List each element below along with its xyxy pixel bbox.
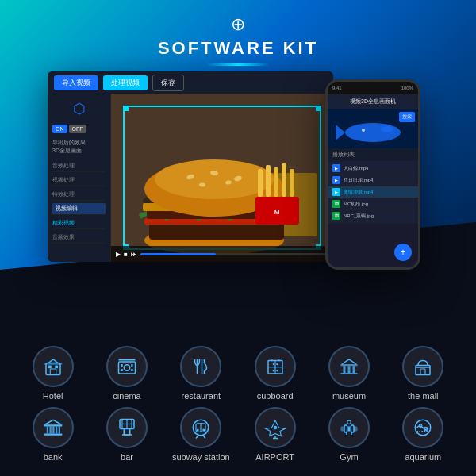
svg-rect-64 [58,427,60,434]
sidebar-menu-highlight[interactable]: 精彩视频 [52,217,106,229]
mobile-fab[interactable]: + [394,244,412,261]
subway-station-label: subway station [172,452,230,462]
mobile-file-item-4[interactable]: 🖼 NRC_蒸锅.jpg [328,210,418,222]
mobile-playlist-title: 播放列表 [328,148,418,161]
toggle-on[interactable]: ON [52,125,67,133]
file-icon-2: ▶ [332,188,340,196]
svg-rect-51 [340,364,357,366]
restaurant-icon-circle[interactable] [180,346,221,387]
play-button[interactable]: ▶ [116,251,121,258]
svg-rect-31 [44,363,62,365]
icon-cinema: cinema [95,346,159,401]
svg-rect-62 [52,427,54,434]
svg-rect-32 [118,362,135,374]
svg-point-45 [272,363,274,365]
cupboard-icon-circle[interactable] [255,346,296,387]
mobile-app-title: 视频3D全息画面机 [332,98,413,106]
icons-row-1: Hotel cinema [16,346,460,401]
sidebar-menu-audio[interactable]: 音效处理 [52,160,106,172]
svg-rect-55 [340,373,357,374]
mobile-file-item-2[interactable]: ▶ 激情冲浪.mp4 [328,186,418,198]
hotel-icon-circle[interactable] [33,346,74,387]
airport-icon-circle[interactable] [255,407,296,448]
file-name-4: NRC_蒸锅.jpg [344,213,410,220]
cinema-icon-circle[interactable] [106,346,148,387]
icon-restaurant: restaurant [169,346,232,401]
icons-row-2: bank bar [16,407,460,462]
stop-button[interactable]: ■ [124,251,128,258]
icon-bar: bar [95,407,159,462]
svg-point-23 [345,123,401,142]
gym-icon-circle[interactable] [328,407,370,448]
svg-rect-65 [44,434,62,436]
header-icon: ⊕ [0,14,476,35]
icons-section: Hotel cinema [0,346,476,468]
subway-icon-circle[interactable] [180,407,221,448]
svg-line-77 [196,436,198,439]
file-name-3: MC初始.jpg [344,201,410,208]
svg-point-46 [276,363,278,365]
mobile-banner: 搜索 [328,109,418,148]
progress-bar[interactable] [140,253,328,255]
svg-rect-60 [46,427,48,434]
mall-icon-circle[interactable] [402,346,443,387]
mobile-file-item-1[interactable]: ▶ 红日出现.mp4 [328,175,418,186]
mockup-area: 导入视频 处理视频 保存 ⬡ ON OFF 导出后的效果 3D全息画面 音效处理 [48,71,428,294]
toolbar-btn-save[interactable]: 保存 [152,75,184,91]
svg-point-48 [276,370,278,371]
museum-icon-circle[interactable] [328,346,370,387]
svg-point-25 [381,126,393,132]
mobile-mockup: 9:41 100% 视频3D全息画面机 搜索 播放列表 ▶ 大白鲸.mp4 [325,79,420,270]
sidebar-menu-video[interactable]: 视频处理 [52,175,106,186]
sidebar-menu-effects[interactable]: 特效处理 [52,189,106,201]
mobile-status-bar: 9:41 100% [328,82,418,94]
museum-label: museum [332,391,366,401]
aquarium-icon-circle[interactable] [402,407,443,448]
aquarium-label: aquarium [405,452,441,462]
mobile-file-item-0[interactable]: ▶ 大白鲸.mp4 [328,163,418,175]
file-icon-0: ▶ [332,164,340,172]
file-name-1: 红日出现.mp4 [344,177,410,184]
mobile-search-button[interactable]: 搜索 [399,112,415,122]
sidebar-menu-edit[interactable]: 视频编辑 [52,203,106,215]
desktop-main: M ▶ ■ ⏭ [111,94,333,262]
skip-button[interactable]: ⏭ [131,251,137,258]
svg-rect-61 [49,427,51,434]
file-name-0: 大白鲸.mp4 [344,165,410,172]
airport-label: AIRPORT [255,452,294,462]
svg-rect-63 [56,427,57,434]
mall-label: the mall [408,391,439,401]
progress-fill [140,253,216,255]
cinema-label: cinema [113,391,140,401]
svg-rect-15 [258,169,263,197]
sidebar-menu-audio2[interactable]: 音频效果 [52,232,106,244]
icon-hotel: Hotel [21,346,85,401]
bank-icon-circle[interactable] [33,407,74,448]
toggle-off[interactable]: OFF [69,125,86,133]
sidebar-logo: ⬡ [52,100,106,117]
svg-rect-35 [131,364,132,367]
svg-rect-4 [149,222,284,240]
restaurant-label: restaurant [182,391,221,401]
svg-rect-53 [347,366,350,373]
icon-subway-station: subway station [169,407,232,462]
svg-rect-85 [340,427,344,432]
svg-rect-28 [50,369,56,375]
file-icon-4: 🖼 [332,212,340,220]
bar-icon-circle[interactable] [106,407,148,448]
file-icon-1: ▶ [332,176,340,184]
svg-rect-30 [55,366,58,369]
icon-aquarium: aquarium [391,407,455,462]
mobile-file-item-3[interactable]: 🖼 MC初始.jpg [328,198,418,210]
toolbar-btn-process[interactable]: 处理视频 [103,75,148,90]
svg-rect-56 [416,366,430,375]
icon-bank: bank [21,407,85,462]
svg-rect-49 [271,359,273,361]
file-icon-3: 🖼 [332,200,340,208]
svg-point-76 [203,429,205,432]
cupboard-label: cupboard [257,391,294,401]
desktop-toolbar: 导入视频 处理视频 保存 [48,71,333,94]
svg-line-78 [203,436,205,439]
svg-rect-52 [343,366,345,373]
toolbar-btn-import[interactable]: 导入视频 [54,75,98,90]
